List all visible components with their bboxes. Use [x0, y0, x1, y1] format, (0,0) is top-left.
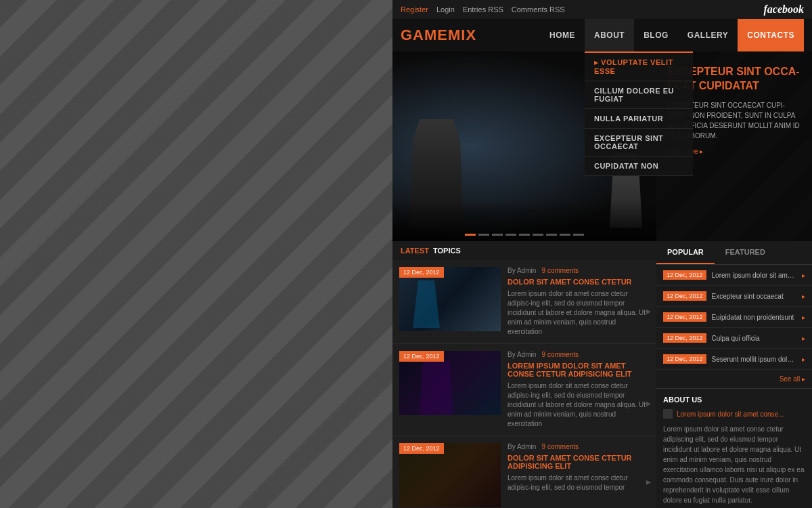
content-area: LATEST TOPICS 12 Dec, 2012 By Admin 9 co…: [392, 241, 812, 508]
popular-date-4: 12 Dec, 2012: [663, 354, 706, 364]
post-comments-0[interactable]: 9 comments: [542, 267, 579, 274]
popular-title-1: Excepteur sint occaecat: [712, 293, 796, 300]
tab-popular[interactable]: POPULAR: [656, 241, 715, 264]
post-meta-1: By Admin 9 comments: [508, 351, 650, 358]
indicator-5[interactable]: [519, 234, 530, 236]
popular-date-1: 12 Dec, 2012: [663, 291, 706, 301]
nav-about[interactable]: ABOUT Voluptate velit esse Cillum dolore…: [585, 19, 634, 51]
comments-rss-link[interactable]: Comments RSS: [512, 5, 565, 14]
popular-title-0: Lorem ipsum dolor sit amet conse...: [712, 272, 796, 279]
popular-title-4: Seserunt mollit ipsum dolor sit...: [712, 356, 796, 363]
post-title-0[interactable]: DOLOR SIT AMET CONSE CTETUR: [508, 278, 650, 286]
popular-arrow-3: ▸: [802, 335, 805, 342]
latest-label: LATEST: [401, 247, 429, 255]
about-header: ABOUT US: [663, 396, 805, 404]
post-content-2: By Admin 9 comments DOLOR SIT AMET CONSE…: [508, 443, 650, 492]
post-by-0: By Admin: [508, 267, 536, 274]
about-section: ABOUT US Lorem ipsum dolor sit amet cons…: [656, 388, 812, 508]
header: GAMEMIX HOME ABOUT Voluptate velit esse …: [392, 19, 812, 51]
sidebar-tabs: POPULAR FEATURED: [656, 241, 812, 265]
post-arrow-2[interactable]: ▸: [646, 476, 651, 487]
top-bar: Register Login Entries RSS Comments RSS …: [392, 0, 812, 19]
facebook-link[interactable]: facebook: [763, 3, 804, 16]
see-all[interactable]: See all ▸: [656, 370, 812, 388]
topics-section: LATEST TOPICS 12 Dec, 2012 By Admin 9 co…: [392, 241, 656, 508]
dropdown-item-2[interactable]: Nulla pariatur: [585, 109, 693, 129]
post-thumbnail-0: 12 Dec, 2012: [399, 267, 501, 331]
indicator-8[interactable]: [560, 234, 570, 236]
post-comments-2[interactable]: 9 comments: [542, 443, 579, 450]
post-item-1: 12 Dec, 2012 By Admin 9 comments LOREM I…: [392, 344, 656, 436]
post-by-2: By Admin: [508, 443, 536, 450]
popular-item-4[interactable]: 12 Dec, 2012 Seserunt mollit ipsum dolor…: [656, 349, 812, 370]
topics-header: LATEST TOPICS: [392, 241, 656, 260]
indicator-7[interactable]: [546, 234, 557, 236]
post-arrow-1[interactable]: ▸: [646, 398, 651, 408]
popular-title-3: Culpa qui officia: [712, 335, 796, 342]
popular-item-2[interactable]: 12 Dec, 2012 Euipidatat non proidentsunt…: [656, 307, 812, 328]
indicator-9[interactable]: [573, 234, 584, 236]
indicator-3[interactable]: [492, 234, 503, 236]
nav-blog[interactable]: BLOG: [634, 19, 678, 51]
register-link[interactable]: Register: [401, 5, 428, 14]
post-content-1: By Admin 9 comments LOREM IPSUM DOLOR SI…: [508, 351, 650, 429]
post-content-0: By Admin 9 comments DOLOR SIT AMET CONSE…: [508, 267, 650, 337]
indicator-6[interactable]: [533, 234, 543, 236]
post-item-2: 12 Dec, 2012 By Admin 9 comments DOLOR S…: [392, 436, 656, 508]
hero-indicators: [465, 234, 584, 236]
nav-home[interactable]: HOME: [540, 19, 585, 51]
post-thumbnail-2: 12 Dec, 2012: [399, 443, 501, 507]
topics-label: TOPICS: [433, 247, 461, 255]
about-text: Lorem ipsum dolor sit amet conse ctetur …: [663, 424, 805, 505]
dropdown-item-3[interactable]: Excepteur sint occaecat: [585, 129, 693, 156]
popular-date-2: 12 Dec, 2012: [663, 312, 706, 322]
indicator-2[interactable]: [478, 234, 489, 236]
indicator-1[interactable]: [465, 234, 476, 236]
popular-arrow-0: ▸: [802, 272, 805, 279]
nav-gallery[interactable]: GALLERY: [678, 19, 738, 51]
about-label-gray: ABOUT: [663, 396, 690, 404]
post-title-1[interactable]: LOREM IPSUM DOLOR SIT AMET CONSE CTETUR …: [508, 362, 650, 378]
dropdown-item-1[interactable]: Cillum dolore eu fugiat: [585, 81, 693, 109]
popular-date-0: 12 Dec, 2012: [663, 270, 706, 280]
top-bar-links: Register Login Entries RSS Comments RSS: [401, 5, 565, 14]
tab-featured[interactable]: FEATURED: [715, 241, 776, 264]
dropdown-item-4[interactable]: Cupidatat non: [585, 156, 693, 176]
popular-arrow-1: ▸: [802, 293, 805, 300]
post-thumbnail-1: 12 Dec, 2012: [399, 351, 501, 415]
main-nav: HOME ABOUT Voluptate velit esse Cillum d…: [540, 19, 804, 51]
nav-contacts[interactable]: CONTACTS: [738, 19, 804, 51]
sidebar: POPULAR FEATURED 12 Dec, 2012 Lorem ipsu…: [656, 241, 812, 508]
post-date-2: 12 Dec, 2012: [399, 443, 444, 454]
popular-item-3[interactable]: 12 Dec, 2012 Culpa qui officia ▸: [656, 328, 812, 349]
post-arrow-0[interactable]: ▸: [646, 305, 651, 316]
popular-arrow-2: ▸: [802, 314, 805, 321]
post-meta-0: By Admin 9 comments: [508, 267, 650, 274]
popular-item-0[interactable]: 12 Dec, 2012 Lorem ipsum dolor sit amet …: [656, 265, 812, 286]
popular-date-3: 12 Dec, 2012: [663, 333, 706, 343]
about-label-white: US: [692, 396, 702, 404]
popular-arrow-4: ▸: [802, 356, 805, 363]
about-link[interactable]: Lorem ipsum dolor sit amet conse...: [663, 409, 805, 419]
about-dropdown: Voluptate velit esse Cillum dolore eu fu…: [585, 51, 693, 176]
entries-rss-link[interactable]: Entries RSS: [463, 5, 503, 14]
about-link-dot: [663, 409, 673, 419]
post-excerpt-1: Lorem ipsum dolor sit amet conse ctetur …: [508, 381, 650, 429]
post-title-2[interactable]: DOLOR SIT AMET CONSE CTETUR ADIPISICING …: [508, 454, 650, 470]
login-link[interactable]: Login: [436, 5, 455, 14]
post-excerpt-2: Lorem ipsum dolor sit amet conse ctetur …: [508, 473, 650, 492]
indicator-4[interactable]: [505, 234, 516, 236]
popular-item-1[interactable]: 12 Dec, 2012 Excepteur sint occaecat ▸: [656, 286, 812, 307]
post-excerpt-0: Lorem ipsum dolor sit amet conse ctetur …: [508, 289, 650, 337]
post-date-0: 12 Dec, 2012: [399, 267, 444, 278]
dropdown-item-0[interactable]: Voluptate velit esse: [585, 53, 693, 81]
logo: GAMEMIX: [401, 26, 476, 44]
popular-title-2: Euipidatat non proidentsunt: [712, 314, 796, 321]
post-comments-1[interactable]: 9 comments: [542, 351, 579, 358]
post-item-0: 12 Dec, 2012 By Admin 9 comments DOLOR S…: [392, 260, 656, 344]
logo-mix: MIX: [448, 26, 476, 43]
logo-game: GAME: [401, 26, 448, 43]
post-by-1: By Admin: [508, 351, 536, 358]
post-meta-2: By Admin 9 comments: [508, 443, 650, 450]
post-date-1: 12 Dec, 2012: [399, 351, 444, 362]
